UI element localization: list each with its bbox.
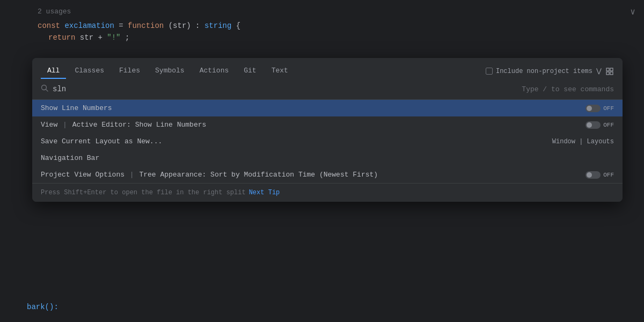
footer-tip-text: Press Shift+Enter to open the file in th… — [41, 189, 246, 196]
result-label-5: Project View Options | Tree Appearance: … — [41, 171, 581, 179]
tab-git[interactable]: Git — [237, 63, 262, 79]
result-label: Show Line Numbers — [41, 104, 581, 112]
search-input[interactable] — [53, 85, 517, 93]
breadcrumb-label-3: Window | Layouts — [552, 138, 614, 145]
search-hint: Type / to see commands — [522, 85, 614, 93]
svg-rect-1 — [610, 68, 613, 71]
toggle-switch[interactable] — [586, 105, 601, 112]
svg-rect-3 — [610, 72, 613, 75]
brace: { — [236, 21, 240, 30]
filter-icon[interactable]: ⋁ — [595, 67, 603, 76]
keyword-return: return — [48, 33, 75, 42]
toggle-switch-2[interactable] — [586, 121, 601, 129]
function-name: exclamation — [64, 21, 114, 30]
toggle-badge: OFF — [586, 105, 614, 112]
include-nonproject-label: Include non-project items — [496, 68, 592, 75]
toggle-label: OFF — [603, 105, 614, 112]
toggle-switch-5[interactable] — [586, 171, 601, 179]
search-icon — [41, 84, 48, 94]
search-input-row: Type / to see commands — [32, 79, 623, 100]
svg-line-5 — [46, 90, 48, 92]
tab-files[interactable]: Files — [113, 63, 147, 79]
results-list: Show Line Numbers OFF View | Active Edit… — [32, 100, 623, 183]
toggle-badge-5: OFF — [586, 171, 614, 179]
toggle-label-5: OFF — [603, 172, 614, 178]
code-line-1: const exclamation = function (str) : str… — [11, 20, 633, 32]
tabs-bar: All Classes Files Symbols Actions Git Te… — [32, 58, 623, 79]
result-item-save-layout[interactable]: Save Current Layout as New... Window | L… — [32, 133, 623, 150]
tab-symbols[interactable]: Symbols — [149, 63, 191, 79]
operator: = — [119, 21, 128, 30]
result-item-navigation-bar[interactable]: Navigation Bar — [32, 150, 623, 166]
type-name: string — [204, 21, 231, 30]
tab-actions[interactable]: Actions — [193, 63, 236, 79]
footer-tip: Press Shift+Enter to open the file in th… — [32, 183, 623, 202]
tab-all[interactable]: All — [41, 63, 66, 79]
expand-icon[interactable] — [605, 67, 614, 76]
tab-text[interactable]: Text — [265, 63, 295, 79]
scroll-indicator: ∨ — [630, 6, 635, 17]
expression: str + — [80, 33, 107, 42]
tab-classes[interactable]: Classes — [68, 63, 111, 79]
result-item-show-line-numbers[interactable]: Show Line Numbers OFF — [32, 100, 623, 116]
semicolon: ; — [125, 33, 129, 42]
code-line-2: return str + "!" ; — [11, 32, 633, 43]
result-label-4: Navigation Bar — [41, 154, 614, 162]
result-label-3: Save Current Layout as New... — [41, 137, 548, 145]
search-overlay: All Classes Files Symbols Actions Git Te… — [32, 58, 623, 202]
svg-rect-0 — [606, 68, 609, 71]
keyword-const: const — [38, 21, 60, 30]
keyword-function: function — [128, 21, 164, 30]
toggle-label-2: OFF — [603, 122, 614, 128]
include-nonproject-option[interactable]: Include non-project items — [486, 68, 592, 75]
svg-rect-2 — [606, 72, 609, 75]
include-nonproject-checkbox[interactable] — [486, 68, 493, 75]
next-tip-link[interactable]: Next Tip — [249, 189, 280, 196]
usages-line: 2 usages — [11, 0, 633, 20]
toggle-badge-2: OFF — [586, 121, 614, 129]
params: (str) — [169, 21, 191, 30]
bottom-code: bark(): — [27, 303, 58, 311]
result-item-project-view-options[interactable]: Project View Options | Tree Appearance: … — [32, 166, 623, 183]
result-label: View | Active Editor: Show Line Numbers — [41, 121, 581, 129]
result-item-view-active-editor[interactable]: View | Active Editor: Show Line Numbers … — [32, 116, 623, 133]
type-colon: : — [195, 21, 204, 30]
string-literal: "!" — [107, 33, 120, 42]
